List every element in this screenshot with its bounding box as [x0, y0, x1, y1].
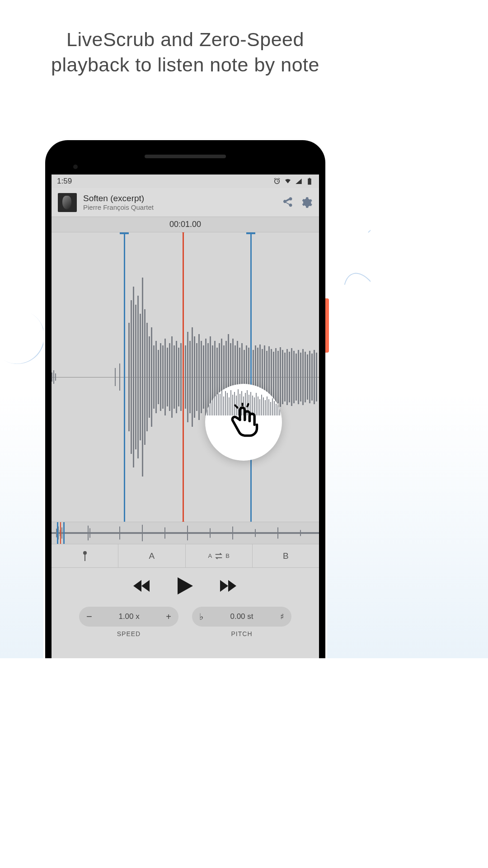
signal-icon	[295, 177, 303, 185]
svg-rect-37	[198, 334, 200, 420]
track-title: Soften (excerpt)	[83, 193, 275, 203]
svg-rect-73	[280, 347, 281, 407]
share-icon[interactable]	[281, 196, 294, 209]
svg-rect-8	[133, 287, 134, 467]
loop-ab-button[interactable]: A B	[186, 544, 253, 567]
app-header: Soften (excerpt) Pierre François Quartet	[52, 188, 319, 217]
svg-rect-125	[268, 399, 269, 415]
svg-rect-15	[149, 336, 150, 418]
svg-rect-145	[255, 529, 256, 537]
waveform-area[interactable]: A B	[52, 232, 319, 522]
svg-rect-27	[176, 341, 177, 413]
battery-icon	[305, 177, 314, 185]
svg-rect-19	[158, 350, 159, 404]
loop-icon	[214, 552, 224, 560]
pin-marker-button[interactable]	[52, 544, 118, 567]
svg-rect-129	[276, 404, 277, 415]
forward-button[interactable]	[220, 579, 237, 593]
svg-rect-126	[270, 402, 271, 415]
svg-rect-36	[196, 343, 197, 411]
svg-rect-29	[180, 343, 182, 411]
album-art[interactable]	[58, 193, 77, 212]
speed-increase-button[interactable]: +	[166, 612, 171, 622]
timecode: 00:01.00	[52, 217, 319, 232]
svg-rect-70	[273, 352, 274, 402]
pin-icon	[81, 551, 89, 561]
track-info[interactable]: Soften (excerpt) Pierre François Quartet	[83, 193, 275, 211]
pitch-label: PITCH	[192, 630, 291, 637]
svg-rect-137	[88, 526, 89, 541]
svg-rect-124	[267, 396, 267, 415]
playhead[interactable]	[183, 232, 184, 522]
marker-buttons: A A B B	[52, 544, 319, 568]
set-b-button[interactable]: B	[253, 544, 319, 567]
speed-control: − 1.00 x +	[79, 607, 178, 627]
status-bar: 1:59	[52, 175, 319, 188]
svg-rect-146	[277, 528, 278, 539]
svg-rect-86	[309, 351, 310, 403]
svg-rect-26	[174, 345, 175, 409]
adjustment-pills: − 1.00 x + ♭ 0.00 st ♯	[52, 604, 319, 630]
set-a-button[interactable]: A	[118, 544, 185, 567]
settings-icon[interactable]	[300, 196, 313, 209]
svg-rect-71	[275, 348, 277, 406]
svg-rect-12	[142, 278, 143, 476]
marker-a[interactable]: A	[124, 232, 125, 522]
svg-rect-127	[272, 398, 273, 415]
svg-rect-28	[178, 348, 179, 406]
marker-b-label: B	[246, 232, 255, 234]
svg-rect-98	[220, 394, 221, 415]
svg-rect-31	[185, 345, 186, 409]
svg-rect-38	[201, 341, 202, 413]
svg-rect-35	[194, 336, 195, 418]
headline-line-2: playback to listen note by note	[0, 52, 371, 78]
svg-rect-0	[52, 373, 52, 382]
svg-rect-32	[187, 332, 188, 422]
rewind-button[interactable]	[133, 579, 150, 593]
svg-rect-18	[155, 341, 157, 413]
svg-rect-21	[162, 345, 164, 409]
svg-rect-144	[232, 527, 233, 540]
touch-hint	[205, 384, 282, 461]
promo-headline: LiveScrub and Zero-Speed playback to lis…	[0, 0, 371, 78]
transport-controls	[52, 568, 319, 604]
marker-b[interactable]: B	[250, 232, 252, 522]
svg-rect-77	[289, 352, 290, 402]
svg-rect-40	[205, 339, 206, 415]
svg-rect-136	[61, 528, 62, 539]
svg-rect-4	[119, 363, 120, 391]
svg-rect-11	[140, 314, 141, 440]
svg-rect-72	[277, 351, 279, 403]
svg-rect-132	[52, 532, 319, 534]
svg-rect-3	[115, 368, 116, 386]
svg-rect-87	[311, 354, 313, 401]
speed-decrease-button[interactable]: −	[86, 611, 92, 623]
svg-rect-34	[192, 327, 193, 427]
svg-rect-6	[128, 323, 130, 431]
svg-rect-138	[89, 528, 90, 538]
svg-rect-10	[137, 296, 139, 458]
tap-hand-icon	[224, 403, 263, 442]
phone-camera	[73, 165, 78, 169]
svg-rect-128	[274, 401, 275, 415]
svg-rect-79	[293, 351, 295, 403]
speed-label: SPEED	[79, 630, 178, 637]
svg-rect-41	[207, 343, 209, 411]
svg-rect-88	[314, 350, 315, 404]
svg-rect-141	[164, 528, 165, 539]
decorative-squiggle-right	[339, 226, 371, 353]
svg-rect-33	[189, 341, 191, 413]
play-button[interactable]	[178, 577, 193, 594]
speed-value: 1.00 x	[92, 612, 166, 621]
svg-rect-76	[286, 349, 288, 405]
pitch-sharp-button[interactable]: ♯	[280, 612, 284, 622]
marker-a-label: A	[120, 232, 129, 234]
pitch-control: ♭ 0.00 st ♯	[192, 607, 291, 627]
svg-rect-143	[210, 528, 211, 538]
svg-rect-149	[63, 522, 65, 544]
svg-rect-89	[316, 353, 317, 401]
overview-strip[interactable]	[52, 522, 319, 544]
svg-rect-74	[282, 350, 283, 404]
svg-rect-22	[164, 339, 166, 415]
pitch-flat-button[interactable]: ♭	[199, 611, 203, 622]
